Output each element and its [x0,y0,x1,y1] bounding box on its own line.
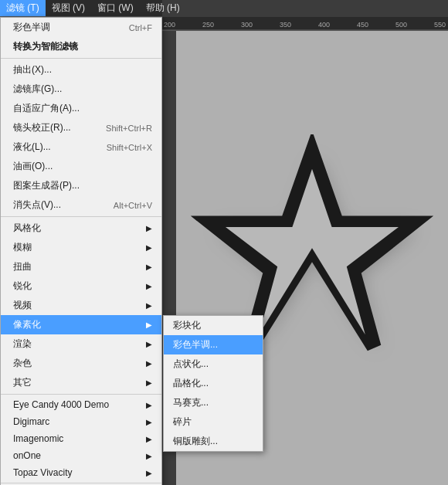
submenu-arrow-icon: ▶ [146,282,152,290]
submenu-arrow-icon: ▶ [146,401,152,409]
menu-item-liquify[interactable]: 液化(L)... Shift+Ctrl+X [1,137,161,157]
menu-label: onOne [13,450,41,461]
menu-item-blur[interactable]: 模糊 ▶ [1,238,161,257]
submenu-item-color-halftone[interactable]: 彩色半调... [164,335,263,354]
menu-item-pattern-gen[interactable]: 图案生成器(P)... [1,176,161,195]
menu-item-stylize[interactable]: 风格化 ▶ [1,219,161,238]
submenu-label: 马赛克... [173,396,209,409]
submenu-arrow-icon: ▶ [146,224,152,232]
menu-label: Imagenomic [13,433,63,444]
submenu-arrow-icon: ▶ [146,301,152,310]
submenu-item-pointillize[interactable]: 点状化... [164,354,263,374]
menu-label: 油画(O)... [13,160,53,173]
submenu-arrow-icon: ▶ [146,359,152,368]
menu-item-noise[interactable]: 杂色 ▶ [1,354,161,373]
submenu-label: 晶格化... [173,377,209,390]
menu-item-convert-smart[interactable]: 转换为智能滤镜 [1,37,161,56]
menu-label: 消失点(V)... [13,198,61,212]
menu-item-pixelate[interactable]: 像素化 ▶ 彩块化 彩色半调... 点状化... 晶格化... 马赛克... 碎… [1,315,161,334]
separator-3 [1,394,161,395]
submenu-arrow-icon: ▶ [146,418,152,426]
menu-label: 转换为智能滤镜 [13,40,78,53]
shortcut-label: Ctrl+F [129,23,152,32]
menu-item-imagenomic[interactable]: Imagenomic ▶ [1,430,161,447]
menu-item-topaz[interactable]: Topaz Vivacity ▶ [1,464,161,481]
submenu-item-copper-engraving[interactable]: 铜版雕刻... [164,432,263,451]
menu-label: 镜头校正(R)... [13,121,71,134]
submenu-item-color-blocks[interactable]: 彩块化 [164,316,263,335]
submenu-arrow-icon: ▶ [146,378,152,387]
filter-dropdown-menu: 彩色半调 Ctrl+F 转换为智能滤镜 抽出(X)... 滤镜库(G)... 自… [0,17,162,485]
submenu-label: 铜版雕刻... [173,435,218,448]
submenu-item-fragment[interactable]: 碎片 [164,412,263,432]
menu-label: 滤镜库(G)... [13,83,62,96]
submenu-item-mosaic[interactable]: 马赛克... [164,393,263,412]
menubar-item-help[interactable]: 帮助 (H) [140,0,186,16]
separator-4 [1,483,161,483]
submenu-arrow-icon: ▶ [146,452,152,460]
menu-label: 模糊 [13,241,32,254]
shortcut-label: Shift+Ctrl+X [107,143,152,152]
shortcut-label: Shift+Ctrl+R [106,124,152,133]
submenu-arrow-icon: ▶ [146,321,152,329]
menu-item-other[interactable]: 其它 ▶ [1,373,161,392]
svg-text:400: 400 [318,21,330,29]
menu-item-extract[interactable]: 抽出(X)... [1,60,161,80]
submenu-arrow-icon: ▶ [146,340,152,348]
menu-label: Eye Candy 4000 Demo [13,399,109,410]
menubar-item-filter[interactable]: 滤镜 (T) [0,0,46,16]
menu-item-digimarc[interactable]: Digimarc ▶ [1,413,161,430]
menu-item-eye-candy[interactable]: Eye Candy 4000 Demo ▶ [1,396,161,413]
menu-item-color-halftone-top[interactable]: 彩色半调 Ctrl+F [1,18,161,37]
menu-label: 其它 [13,376,32,389]
submenu-label: 点状化... [173,358,209,371]
svg-text:350: 350 [280,21,291,29]
menu-label: 彩色半调 [13,21,50,34]
menu-label: 扭曲 [13,260,32,273]
menu-item-onone[interactable]: onOne ▶ [1,447,161,464]
menu-label: 图案生成器(P)... [13,179,80,192]
menu-label: 视频 [13,299,32,312]
menubar-item-window[interactable]: 窗口 (W) [91,0,140,16]
svg-text:450: 450 [357,21,368,29]
menu-item-lens-correction[interactable]: 镜头校正(R)... Shift+Ctrl+R [1,118,161,137]
menu-label: 渲染 [13,337,32,351]
svg-text:250: 250 [202,21,214,29]
menu-label: 液化(L)... [13,141,51,154]
submenu-arrow-icon: ▶ [146,243,152,252]
menu-item-adaptive-wide[interactable]: 自适应广角(A)... [1,99,161,118]
menu-label: 杂色 [13,357,32,370]
svg-text:500: 500 [395,21,407,29]
menu-label: 风格化 [13,222,41,235]
menu-label: 锐化 [13,280,32,293]
menu-label: 像素化 [13,318,41,331]
menu-item-distort[interactable]: 扭曲 ▶ [1,257,161,276]
menu-item-vanishing-point[interactable]: 消失点(V)... Alt+Ctrl+V [1,195,161,215]
menu-label: Digimarc [13,416,49,427]
submenu-arrow-icon: ▶ [146,435,152,443]
menu-item-sharpen[interactable]: 锐化 ▶ [1,276,161,296]
shortcut-label: Alt+Ctrl+V [114,201,152,210]
ruler-horizontal: 200 250 300 350 400 450 500 550 600 650 … [162,17,448,31]
submenu-arrow-icon: ▶ [146,469,152,477]
submenu-label: 碎片 [173,415,192,429]
submenu-item-crystallize[interactable]: 晶格化... [164,374,263,393]
pixelate-submenu: 彩块化 彩色半调... 点状化... 晶格化... 马赛克... 碎片 铜版雕刻… [163,315,263,452]
menu-item-oil-paint[interactable]: 油画(O)... [1,157,161,176]
submenu-arrow-icon: ▶ [146,263,152,271]
menu-label: Topaz Vivacity [13,467,72,478]
svg-text:200: 200 [164,21,175,29]
submenu-label: 彩块化 [173,319,201,332]
svg-text:550: 550 [434,21,446,29]
menu-item-render[interactable]: 渲染 ▶ [1,334,161,354]
menu-item-filter-gallery[interactable]: 滤镜库(G)... [1,80,161,99]
separator-1 [1,58,161,59]
menu-label: 自适应广角(A)... [13,102,80,115]
menubar: 滤镜 (T) 视图 (V) 窗口 (W) 帮助 (H) [0,0,162,17]
submenu-label: 彩色半调... [173,338,218,351]
menu-item-video[interactable]: 视频 ▶ [1,296,161,315]
menubar-item-view[interactable]: 视图 (V) [46,0,91,16]
menu-label: 抽出(X)... [13,63,52,76]
svg-text:300: 300 [241,21,253,29]
separator-2 [1,216,161,217]
